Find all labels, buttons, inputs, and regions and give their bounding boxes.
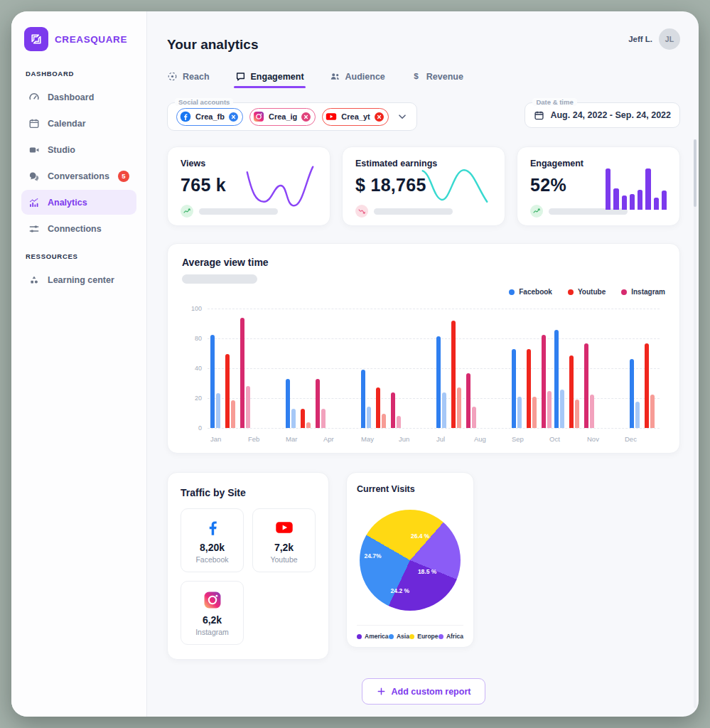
sidebar-item-label: Analytics (48, 198, 87, 208)
x-axis-labels: JanFebMarAprMayJunJulAugSepOctNovDec (208, 435, 660, 443)
pie-legend-item-america: America (357, 633, 389, 640)
legend-dot (409, 634, 414, 639)
x-tick-label: Jun (396, 435, 434, 443)
legend-dot (509, 289, 515, 295)
topbar: Your analytics Jeff L. JL (167, 28, 680, 53)
bar-youtube (451, 321, 456, 428)
tab-revenue[interactable]: $Revenue (411, 71, 463, 88)
month-slot-dec (627, 309, 660, 428)
mini-bar (654, 198, 659, 210)
sparkline (240, 163, 320, 210)
sidebar-item-calendar[interactable]: Calendar (21, 111, 136, 136)
bar-youtube (376, 387, 380, 428)
bar-youtube (569, 355, 574, 428)
instagram-icon (203, 591, 222, 609)
legend-label: Youtube (578, 288, 606, 296)
legend-dot (439, 634, 443, 639)
bar-facebook-light (517, 397, 522, 428)
tab-label: Audience (345, 72, 385, 82)
add-custom-report-button[interactable]: Add custom report (362, 678, 486, 705)
x-tick-label: Nov (584, 435, 622, 443)
chart-subtitle-skeleton (182, 274, 257, 284)
date-range-label: Date & time (532, 98, 576, 106)
x-tick-label: Sep (509, 435, 547, 443)
month-slot-feb (250, 309, 283, 428)
month-slot-may (358, 309, 401, 428)
legend-item-youtube: Youtube (568, 288, 606, 296)
y-tick-label: 40 (183, 365, 202, 372)
brand-name: CREASQUARE (55, 34, 127, 45)
chip-label: Crea_yt (341, 112, 370, 121)
bar-facebook-light (291, 409, 296, 428)
video-icon (28, 144, 40, 156)
sidebar-item-conversations[interactable]: Conversations5 (21, 164, 136, 188)
date-range-field[interactable]: Date & time Aug. 24, 2022 - Sep. 24, 202… (525, 102, 680, 128)
mini-bar (622, 196, 627, 210)
page-title: Your analytics (167, 37, 258, 53)
social-accounts-field[interactable]: Social accounts Crea_fbCrea_igCrea_yt (167, 102, 417, 131)
chip-label: Crea_fb (195, 112, 225, 121)
chart-legend: FacebookYoutubeInstagram (182, 288, 665, 296)
target-icon (167, 71, 178, 82)
sidebar: CREASQUARE DASHBOARDDashboardCalendarStu… (11, 11, 147, 717)
youtube-icon (275, 518, 294, 537)
sidebar-item-analytics[interactable]: Analytics (21, 190, 136, 215)
tab-engagement[interactable]: Engagement (235, 71, 304, 88)
bar-chart-plot: 1008040200 (208, 309, 660, 428)
bar-youtube-light (650, 395, 655, 428)
chevron-down-icon[interactable] (397, 111, 408, 122)
sidebar-section-label: DASHBOARD (26, 70, 132, 77)
account-chip-youtube[interactable]: Crea_yt (322, 108, 388, 126)
app-window: CREASQUARE DASHBOARDDashboardCalendarStu… (11, 11, 699, 717)
tab-audience[interactable]: Audience (330, 71, 385, 88)
traffic-site-facebook: 8,20kFacebook (181, 508, 244, 572)
account-chip-instagram[interactable]: Crea_ig (249, 108, 316, 126)
tab-reach[interactable]: Reach (167, 71, 210, 88)
month-slot-oct (552, 309, 594, 428)
month-slot-jun (401, 309, 434, 428)
trend-up-icon (530, 205, 543, 218)
bar-youtube-light (306, 422, 311, 428)
month-slot-nov (594, 309, 627, 428)
chip-remove-icon[interactable] (229, 112, 238, 122)
x-tick-label: Oct (547, 435, 584, 443)
bar-group (210, 309, 250, 428)
tab-label: Engagement (251, 72, 304, 82)
stat-card-engagement: Engagement52% (517, 146, 680, 226)
mini-bar (606, 168, 611, 210)
traffic-site-instagram: 6,2kInstagram (181, 581, 244, 645)
mini-bar (645, 168, 650, 210)
sliders-icon (28, 223, 40, 235)
legend-label: Africa (446, 633, 463, 640)
bar-youtube (301, 409, 305, 428)
y-tick-label: 100 (183, 305, 202, 312)
avatar[interactable]: JL (659, 28, 680, 50)
users-icon (330, 71, 340, 82)
bar-facebook (210, 335, 215, 428)
date-range-value: Aug. 24, 2022 - Sep. 24, 2022 (550, 110, 671, 120)
chip-remove-icon[interactable] (301, 112, 311, 122)
traffic-by-site-card: Traffic by Site 8,20kFacebook7,2kYoutube… (167, 472, 329, 660)
notification-badge: 5 (118, 171, 129, 182)
bar-group (554, 309, 594, 428)
month-slot-apr (326, 309, 358, 428)
scrollbar-track[interactable] (694, 139, 696, 708)
gauge-icon (28, 92, 40, 103)
pie-graphic (360, 510, 461, 611)
x-tick-label: Apr (321, 435, 358, 443)
bar-instagram (391, 392, 395, 428)
facebook-logo-icon (180, 111, 191, 122)
bar-facebook (554, 330, 559, 428)
sidebar-item-connections[interactable]: Connections (21, 216, 136, 241)
legend-label: Facebook (519, 288, 552, 296)
gridline (208, 428, 660, 429)
account-chip-facebook[interactable]: Crea_fb (176, 108, 243, 126)
pie-slice-label-asia: 24.7% (364, 552, 381, 560)
scrollbar-thumb[interactable] (694, 139, 696, 207)
sidebar-item-dashboard[interactable]: Dashboard (21, 85, 136, 109)
trend-down-icon (355, 205, 368, 218)
sidebar-item-studio[interactable]: Studio (21, 137, 136, 162)
chip-remove-icon[interactable] (375, 112, 384, 122)
sidebar-item-learning-center[interactable]: Learning center (21, 267, 136, 292)
pie-legend-item-africa: Africa (439, 633, 463, 640)
